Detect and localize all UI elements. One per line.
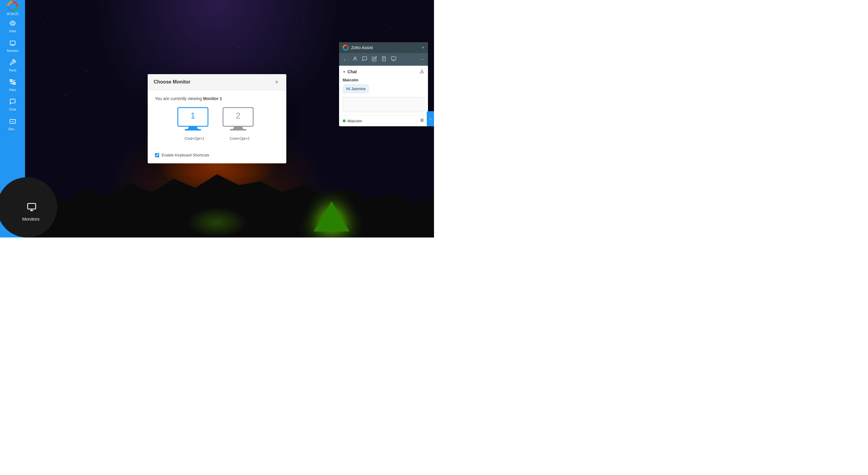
svg-marker-24: [233, 126, 243, 129]
subtitle-bold: Monitor 1: [203, 96, 222, 101]
monitor-2-icon: 2: [221, 107, 258, 133]
dialog-footer: Enable Keyboard Shortcuts: [148, 153, 286, 163]
svg-text:2: 2: [236, 111, 241, 120]
subtitle-prefix: You are currently viewing: [155, 96, 203, 101]
monitor-2-svg: 2: [221, 107, 255, 131]
dialog-title: Choose Monitor: [154, 79, 190, 85]
svg-rect-25: [230, 129, 246, 130]
monitor-1-option[interactable]: 1 Cmd+Opt+1: [176, 107, 213, 141]
keyboard-shortcuts-checkbox[interactable]: [155, 153, 159, 157]
dialog-close-button[interactable]: ×: [273, 78, 280, 86]
dialog-subtitle: You are currently viewing Monitor 1: [155, 96, 279, 101]
monitor-2-shortcut: Cmd+Opt+2: [230, 136, 249, 141]
svg-text:1: 1: [190, 111, 195, 120]
choose-monitor-dialog: Choose Monitor × You are currently viewi…: [148, 74, 286, 163]
dialog-header: Choose Monitor ×: [148, 74, 286, 90]
keyboard-shortcuts-label: Enable Keyboard Shortcuts: [161, 153, 209, 157]
svg-rect-21: [185, 129, 201, 130]
dialog-overlay: Choose Monitor × You are currently viewi…: [0, 0, 434, 238]
monitor-2-option[interactable]: 2 Cmd+Opt+2: [221, 107, 258, 141]
monitor-1-icon: 1: [176, 107, 213, 133]
monitor-options: 1 Cmd+Opt+1: [155, 107, 279, 141]
monitor-1-shortcut: Cmd+Opt+1: [184, 136, 204, 141]
monitor-1-svg: 1: [176, 107, 210, 131]
dialog-body: You are currently viewing Monitor 1 1: [148, 90, 286, 153]
svg-marker-20: [188, 126, 198, 129]
